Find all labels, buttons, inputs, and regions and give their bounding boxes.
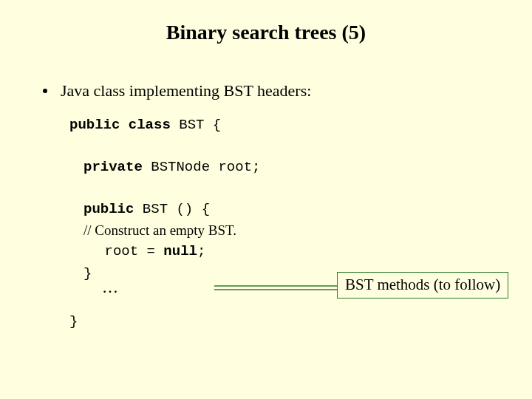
callout-box: BST methods (to follow)	[337, 272, 508, 299]
code-l5b: ;	[197, 243, 205, 259]
ellipsis: …	[102, 278, 118, 297]
bullet-text: Java class implementing BST headers:	[61, 81, 311, 100]
code-l6: }	[83, 265, 92, 282]
code-comment: // Construct an empty BST.	[83, 222, 236, 238]
slide-title: Binary search trees (5)	[0, 0, 532, 59]
code-l1-rest: BST {	[171, 117, 221, 133]
kw-private: private	[83, 159, 143, 175]
code-l2-rest: BSTNode root;	[143, 159, 261, 175]
code-l5a: root =	[105, 243, 164, 259]
code-close-brace: }	[69, 313, 78, 330]
code-block: public class BST { private BSTNode root;…	[69, 114, 260, 284]
bullet-item: Java class implementing BST headers:	[43, 81, 311, 100]
kw-public: public	[83, 201, 134, 217]
code-l3-rest: BST () {	[134, 201, 210, 217]
kw-public-class: public class	[69, 117, 171, 133]
bullet-dot-icon	[43, 89, 47, 93]
callout-text: BST methods (to follow)	[345, 276, 500, 293]
kw-null: null	[163, 243, 197, 259]
